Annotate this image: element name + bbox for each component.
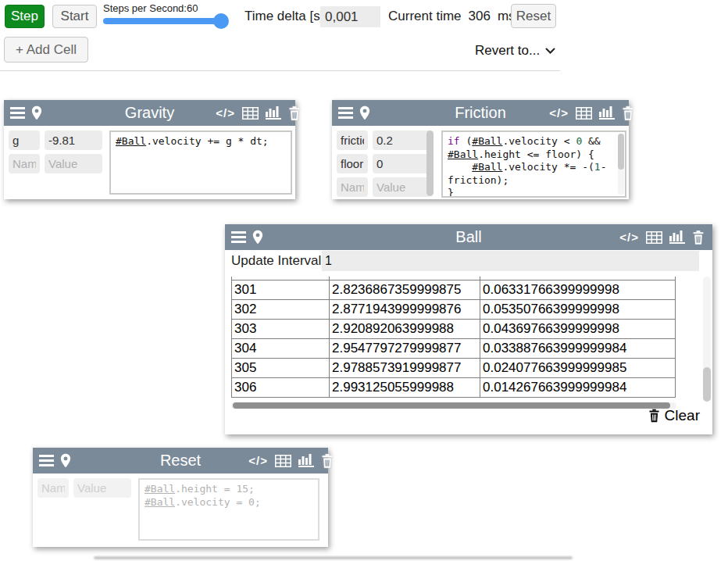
cell-friction: Friction </> if (#Ball.velocity < 0 &&#B… <box>332 100 629 199</box>
table-cell: 0.014267663999999984 <box>480 378 676 398</box>
param-name-input[interactable] <box>9 130 40 150</box>
cell-reset: Reset </> #Ball.height = 15;#Ball.veloci… <box>33 448 328 547</box>
param-name-input[interactable] <box>337 130 368 150</box>
time-delta-input[interactable] <box>320 6 380 27</box>
table-cell: 304 <box>232 339 330 359</box>
pin-icon[interactable] <box>359 105 370 120</box>
table-cell: 302 <box>232 300 330 320</box>
table-vertical-scrollbar[interactable] <box>703 277 711 402</box>
code-editor[interactable]: #Ball.height = 15;#Ball.velocity = 0; <box>138 478 319 541</box>
param-name-input[interactable] <box>9 154 40 173</box>
param-value-input[interactable] <box>373 154 430 173</box>
cell-friction-header: Friction </> <box>332 100 629 126</box>
table-cell: 2.9788573919999877 <box>330 359 480 378</box>
param-name-input[interactable] <box>37 478 69 498</box>
code-icon[interactable]: </> <box>549 106 569 120</box>
trash-icon[interactable] <box>622 106 634 120</box>
slider-thumb[interactable] <box>213 13 229 29</box>
slider-track[interactable] <box>103 18 223 24</box>
scrollbar-thumb[interactable] <box>703 367 711 402</box>
table-icon[interactable] <box>242 107 259 120</box>
param-value-input[interactable] <box>45 130 102 150</box>
table-cell: 0.024077663999999985 <box>480 359 676 378</box>
scrollbar-thumb[interactable] <box>233 402 670 409</box>
pin-icon[interactable] <box>31 105 42 120</box>
param-row <box>337 177 430 197</box>
params-scrollbar[interactable] <box>426 130 434 196</box>
table-icon[interactable] <box>646 231 662 244</box>
code-icon[interactable]: </> <box>216 106 235 120</box>
table-cell: 0.033887663999999984 <box>480 339 676 359</box>
current-time-value: 306 <box>469 9 491 24</box>
cell-ball: Ball </> Update Interval: 3012.823686735… <box>225 224 712 434</box>
code-editor-scrollbar[interactable] <box>618 134 624 195</box>
hamburger-icon[interactable] <box>338 107 353 119</box>
toolbar-divider <box>0 70 560 71</box>
partial-cell-shadow <box>94 556 573 559</box>
pin-icon[interactable] <box>60 453 71 468</box>
param-name-input[interactable] <box>337 154 368 173</box>
hamburger-icon[interactable] <box>39 455 54 466</box>
trash-icon <box>648 409 660 423</box>
table-icon[interactable] <box>275 455 291 467</box>
table-cell: 2.993125055999988 <box>330 378 480 398</box>
param-name-input[interactable] <box>337 177 368 197</box>
cell-title: Friction <box>455 104 506 122</box>
cell-gravity: Gravity </> #Ball.velocity += g * dt; <box>4 100 295 199</box>
clear-button[interactable]: Clear <box>648 407 700 424</box>
pin-icon[interactable] <box>252 230 263 245</box>
param-value-input[interactable] <box>45 154 102 173</box>
table-cell: 2.9547797279999877 <box>330 339 480 359</box>
code-line: #Ball.height = 15; <box>145 483 313 496</box>
chart-icon[interactable] <box>266 106 281 120</box>
revert-to-dropdown[interactable]: Revert to... <box>475 43 555 59</box>
table-cell: 2.8236867359999875 <box>330 280 480 300</box>
code-line: #Ball.height <= floor) { <box>448 148 620 162</box>
trash-icon[interactable] <box>288 106 301 120</box>
scrollbar-thumb[interactable] <box>618 134 624 170</box>
hamburger-icon[interactable] <box>231 231 246 243</box>
cell-gravity-header: Gravity </> <box>4 100 295 126</box>
table-cell: 303 <box>232 320 330 339</box>
revert-to-label: Revert to... <box>475 43 540 59</box>
code-icon[interactable]: </> <box>248 454 268 467</box>
reset-time-button[interactable]: Reset <box>511 4 556 28</box>
table-row: 3012.82368673599998750.06331766399999998 <box>232 280 676 300</box>
param-value-input[interactable] <box>373 177 430 197</box>
step-button[interactable]: Step <box>5 5 45 28</box>
hamburger-icon[interactable] <box>10 107 25 119</box>
param-list <box>337 130 430 201</box>
param-row <box>337 154 430 173</box>
chart-icon[interactable] <box>669 230 685 244</box>
steps-per-second-slider[interactable] <box>103 17 223 25</box>
data-table: 3012.82368673599998750.06331766399999998… <box>231 277 676 398</box>
chart-icon[interactable] <box>599 106 615 120</box>
table-horizontal-scrollbar[interactable] <box>231 402 676 409</box>
chevron-down-icon <box>545 48 555 55</box>
update-interval-input[interactable] <box>322 251 699 271</box>
add-cell-button[interactable]: + Add Cell <box>4 37 88 63</box>
code-editor[interactable]: #Ball.velocity += g * dt; <box>109 130 292 195</box>
table-row: 3042.95477972799998770.03388766399999998… <box>232 339 676 359</box>
trash-icon[interactable] <box>321 454 334 468</box>
code-line: friction); <box>448 174 620 188</box>
param-value-input[interactable] <box>373 130 430 150</box>
code-editor[interactable]: if (#Ball.velocity < 0 &&#Ball.height <=… <box>441 130 626 198</box>
param-row <box>9 154 102 173</box>
start-button[interactable]: Start <box>52 5 97 28</box>
table-cell: 0.05350766399999998 <box>480 300 676 320</box>
table-cell: 301 <box>232 280 330 300</box>
data-table-viewport: 3012.82368673599998750.06331766399999998… <box>231 277 676 402</box>
code-icon[interactable]: </> <box>619 230 639 244</box>
param-value-input[interactable] <box>73 478 131 498</box>
param-list <box>37 478 131 502</box>
table-row: 3062.9931250559999880.014267663999999984 <box>232 378 676 398</box>
trash-icon[interactable] <box>692 230 705 245</box>
table-icon[interactable] <box>576 107 592 120</box>
scrollbar-thumb[interactable] <box>426 130 434 196</box>
table-cell: 0.06331766399999998 <box>480 280 676 300</box>
cell-title: Gravity <box>125 104 174 122</box>
current-time-group: Current time 306 ms <box>388 9 516 24</box>
code-line: #Ball.velocity += g * dt; <box>116 135 286 148</box>
chart-icon[interactable] <box>298 454 314 467</box>
